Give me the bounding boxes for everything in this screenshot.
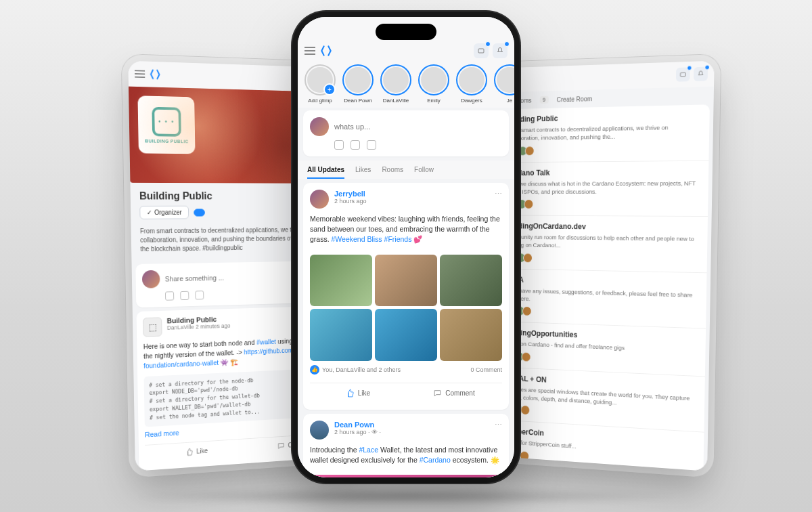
hashtag-link[interactable]: #Lace xyxy=(359,446,378,454)
room-logo: BUILDING PUBLIC xyxy=(137,95,195,154)
post-image[interactable] xyxy=(310,255,372,307)
room-members xyxy=(503,306,697,322)
room-item[interactable]: Building PublicFrom smart contracts to d… xyxy=(498,104,710,163)
menu-icon[interactable] xyxy=(304,50,315,51)
post-time: 2 minutes ago xyxy=(196,322,230,330)
attach-poll-icon[interactable] xyxy=(367,140,376,150)
attach-gif-icon[interactable] xyxy=(180,291,189,300)
menu-icon[interactable] xyxy=(135,73,145,74)
story-label: Je xyxy=(493,98,514,104)
hashtag-link[interactable]: #wallet xyxy=(256,338,276,346)
phone-center: Add glimpDean PownDanLaVilleEmilyDawgers… xyxy=(298,17,514,477)
like-button[interactable]: Like xyxy=(145,440,247,465)
svg-rect-2 xyxy=(478,49,484,53)
svg-rect-1 xyxy=(681,72,686,77)
post-card: Dean Pown 2 hours ago · 👁 · ⋯ Introducin… xyxy=(303,414,509,477)
tablet-right: My Rooms 9 Create Room Building PublicFr… xyxy=(490,61,715,471)
story-label: Dean Pown xyxy=(341,98,375,104)
post-image[interactable] xyxy=(375,255,437,307)
feed-tabs: All Updates Likes Rooms Follow xyxy=(298,161,514,179)
room-name: BuildingOnCardano.dev xyxy=(505,222,699,232)
post-time: 2 hours ago xyxy=(334,429,367,435)
like-button[interactable]: Like xyxy=(310,383,406,403)
room-members xyxy=(506,144,700,156)
story-label: DanLaVille xyxy=(379,98,413,104)
post-author[interactable]: Jerrybell xyxy=(334,190,367,198)
story-label: Add glimp xyxy=(303,98,337,104)
room-item[interactable]: BuildingOnCardano.devCommunity run room … xyxy=(497,216,708,274)
post-room-avatar[interactable]: ⬚ xyxy=(143,317,162,337)
tab-all-updates[interactable]: All Updates xyxy=(307,166,344,179)
comment-button[interactable]: Comment xyxy=(406,383,502,403)
story-label: Dawgers xyxy=(455,98,489,104)
stories-row: Add glimpDean PownDanLaVilleEmilyDawgers… xyxy=(298,60,514,108)
attach-image-icon[interactable] xyxy=(334,140,344,150)
post-menu-icon[interactable]: ⋯ xyxy=(495,190,502,198)
post-author[interactable]: DanLaVille xyxy=(167,324,194,331)
room-members xyxy=(505,199,699,209)
post-image[interactable] xyxy=(375,309,437,361)
room-name: Cardano Talk xyxy=(506,167,700,177)
post-author-avatar[interactable] xyxy=(310,190,329,209)
room-item[interactable]: VYRAIf you have any issues, suggestions,… xyxy=(495,269,706,329)
room-desc: Community run room for discussions to he… xyxy=(505,233,698,252)
attach-gif-icon[interactable] xyxy=(351,140,360,150)
post-time: 2 hours ago xyxy=(334,198,367,205)
post-author-avatar[interactable] xyxy=(310,421,329,440)
hashtag-link[interactable]: #Weekend Bliss xyxy=(332,235,382,243)
notifications-icon[interactable] xyxy=(493,43,508,58)
image-grid xyxy=(310,255,502,361)
room-count-badge: 9 xyxy=(539,96,548,104)
post-image[interactable] xyxy=(440,309,502,361)
story-label: Emily xyxy=(417,98,451,104)
post-body: Introducing the #Lace Wallet, the latest… xyxy=(310,440,502,471)
post-image[interactable] xyxy=(440,255,502,307)
story-item[interactable]: Je xyxy=(493,64,514,104)
room-name: Building Public xyxy=(507,111,700,124)
rooms-list: Building PublicFrom smart contracts to d… xyxy=(493,104,710,471)
video-embed[interactable]: Lace Wallet for Cardano ADA: Exclusive F… xyxy=(310,475,502,477)
tab-likes[interactable]: Likes xyxy=(355,166,371,179)
room-desc: Here we discuss what is hot in the Carda… xyxy=(505,179,699,196)
room-desc: From smart contracts to decentralized ap… xyxy=(507,123,701,142)
post-image[interactable] xyxy=(310,309,372,361)
post-menu-icon[interactable]: ⋯ xyxy=(495,421,502,429)
user-avatar xyxy=(142,270,160,289)
room-desc: If you have any issues, suggestions, or … xyxy=(504,286,698,307)
organizer-chip[interactable]: ✓Organizer xyxy=(139,206,189,219)
room-item[interactable]: Cardano TalkHere we discuss what is hot … xyxy=(497,161,708,217)
likes-summary[interactable]: 👍You, DanLaVille and 2 others xyxy=(310,365,401,375)
hashtag-link[interactable]: #Cardano xyxy=(420,456,451,464)
story-item[interactable]: DanLaVille xyxy=(379,64,413,104)
messages-icon[interactable] xyxy=(474,43,489,58)
messages-icon[interactable] xyxy=(676,67,690,81)
post-author[interactable]: Dean Pown xyxy=(334,421,381,429)
story-item[interactable]: Dean Pown xyxy=(341,64,375,104)
user-avatar xyxy=(310,117,329,136)
room-logo-caption: BUILDING PUBLIC xyxy=(145,138,189,143)
attach-image-icon[interactable] xyxy=(165,291,174,300)
story-item[interactable]: Dawgers xyxy=(455,64,489,104)
tab-rooms[interactable]: Rooms xyxy=(382,166,403,179)
room-members xyxy=(505,253,698,265)
topbar xyxy=(298,17,514,60)
app-logo[interactable] xyxy=(319,44,333,58)
composer-input[interactable] xyxy=(334,123,502,131)
app-logo[interactable] xyxy=(149,68,162,81)
hashtag-link[interactable]: #Friends xyxy=(382,235,412,243)
story-item[interactable]: Add glimp xyxy=(303,64,337,104)
comments-count[interactable]: 0 Comment xyxy=(470,366,502,373)
post-body: Memorable weekend vibes: laughing with f… xyxy=(310,209,502,251)
tab-follow[interactable]: Follow xyxy=(414,166,434,179)
notifications-toggle[interactable] xyxy=(194,209,205,216)
story-item[interactable]: Emily xyxy=(417,64,451,104)
composer[interactable] xyxy=(303,110,509,156)
tab-create-room[interactable]: Create Room xyxy=(557,95,593,102)
post-card: Jerrybell 2 hours ago ⋯ Memorable weeken… xyxy=(303,183,509,410)
notifications-icon[interactable] xyxy=(694,67,708,81)
attach-poll-icon[interactable] xyxy=(195,291,204,299)
